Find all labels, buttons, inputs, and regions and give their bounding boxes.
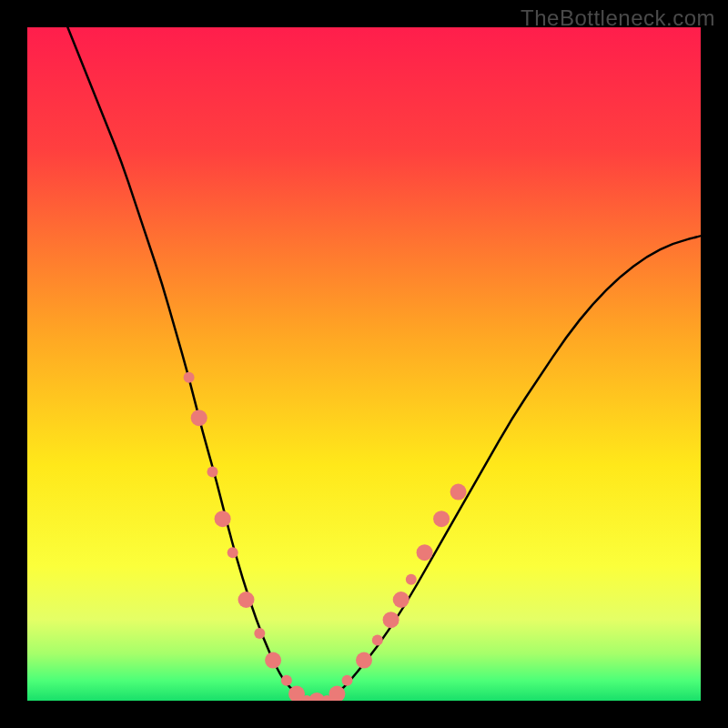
- data-marker: [281, 675, 292, 686]
- data-marker: [265, 652, 281, 669]
- data-marker: [254, 628, 265, 639]
- data-marker: [393, 592, 410, 608]
- data-marker: [356, 652, 372, 669]
- data-marker: [383, 612, 399, 628]
- data-marker: [450, 484, 467, 500]
- chart-frame: TheBottleneck.com: [0, 0, 728, 728]
- data-marker: [191, 410, 207, 426]
- plot-area: [27, 27, 701, 701]
- gradient-background: [27, 27, 701, 701]
- data-marker: [238, 592, 255, 608]
- data-marker: [433, 511, 450, 527]
- data-marker: [406, 574, 417, 585]
- data-marker: [372, 634, 383, 645]
- data-marker: [342, 675, 353, 686]
- data-marker: [207, 466, 218, 477]
- data-marker: [228, 547, 238, 558]
- bottleneck-chart: [27, 27, 701, 701]
- data-marker: [184, 372, 195, 383]
- watermark-label: TheBottleneck.com: [521, 5, 715, 31]
- data-marker: [215, 511, 231, 527]
- data-marker: [417, 544, 433, 561]
